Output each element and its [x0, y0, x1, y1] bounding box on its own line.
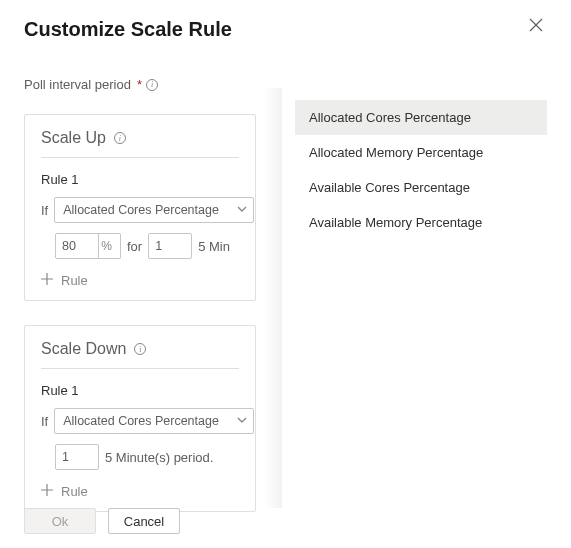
scale-up-add-rule[interactable]: Rule [41, 273, 239, 288]
add-rule-label: Rule [61, 484, 88, 499]
dropdown-option[interactable]: Allocated Cores Percentage [295, 100, 547, 135]
ok-button[interactable]: Ok [24, 508, 96, 534]
scale-up-header: Scale Up i [41, 129, 239, 158]
scale-down-rule-label: Rule 1 [41, 383, 239, 398]
info-icon[interactable]: i [114, 132, 126, 144]
panel-footer: Ok Cancel [24, 508, 180, 534]
scale-up-rule-label: Rule 1 [41, 172, 239, 187]
if-label: If [41, 414, 48, 429]
percent-unit: % [93, 233, 121, 259]
threshold-value: 80 [62, 239, 76, 253]
period-suffix: 5 Min [198, 239, 230, 254]
scale-down-add-rule[interactable]: Rule [41, 484, 239, 499]
chevron-down-icon [237, 203, 247, 217]
scale-down-metric-select[interactable]: Allocated Cores Percentage [54, 408, 254, 434]
scale-up-metric-select[interactable]: Allocated Cores Percentage [54, 197, 254, 223]
duration-value: 1 [155, 239, 162, 253]
info-icon[interactable]: i [146, 79, 158, 91]
cancel-button[interactable]: Cancel [108, 508, 180, 534]
customize-scale-panel: Customize Scale Rule Poll interval perio… [0, 0, 280, 548]
scale-down-header: Scale Down i [41, 340, 239, 369]
close-button[interactable] [529, 18, 547, 36]
scale-up-duration-input[interactable]: 1 [148, 233, 192, 259]
scale-up-title: Scale Up [41, 129, 106, 147]
scale-down-section: Scale Down i Rule 1 If Allocated Cores P… [24, 325, 256, 512]
dropdown-option[interactable]: Allocated Memory Percentage [295, 135, 547, 170]
dropdown-option[interactable]: Available Memory Percentage [295, 205, 547, 240]
dropdown-option[interactable]: Available Cores Percentage [295, 170, 547, 205]
metric-dropdown-menu: Allocated Cores Percentage Allocated Mem… [295, 100, 547, 240]
scale-down-threshold-row: 1 5 Minute(s) period. [55, 444, 239, 470]
scale-down-metric-value: Allocated Cores Percentage [63, 414, 219, 428]
scale-up-threshold-row: 80 % for 1 5 Min [55, 233, 239, 259]
poll-interval-label: Poll interval period [24, 77, 131, 92]
scale-up-section: Scale Up i Rule 1 If Allocated Cores Per… [24, 114, 256, 301]
chevron-down-icon [237, 414, 247, 428]
required-marker: * [137, 77, 142, 92]
plus-icon [41, 273, 53, 288]
scale-up-metric-value: Allocated Cores Percentage [63, 203, 219, 217]
scale-down-title: Scale Down [41, 340, 126, 358]
info-icon[interactable]: i [134, 343, 146, 355]
plus-icon [41, 484, 53, 499]
if-label: If [41, 203, 48, 218]
duration-value: 1 [62, 450, 69, 464]
poll-interval-field: Poll interval period * i [24, 77, 256, 92]
for-label: for [127, 239, 142, 254]
scale-down-rule-condition: If Allocated Cores Percentage [41, 408, 239, 434]
period-suffix: 5 Minute(s) period. [105, 450, 213, 465]
close-icon [529, 18, 543, 32]
scale-down-duration-input[interactable]: 1 [55, 444, 99, 470]
scale-up-rule-condition: If Allocated Cores Percentage [41, 197, 239, 223]
panel-title: Customize Scale Rule [24, 18, 256, 41]
add-rule-label: Rule [61, 273, 88, 288]
